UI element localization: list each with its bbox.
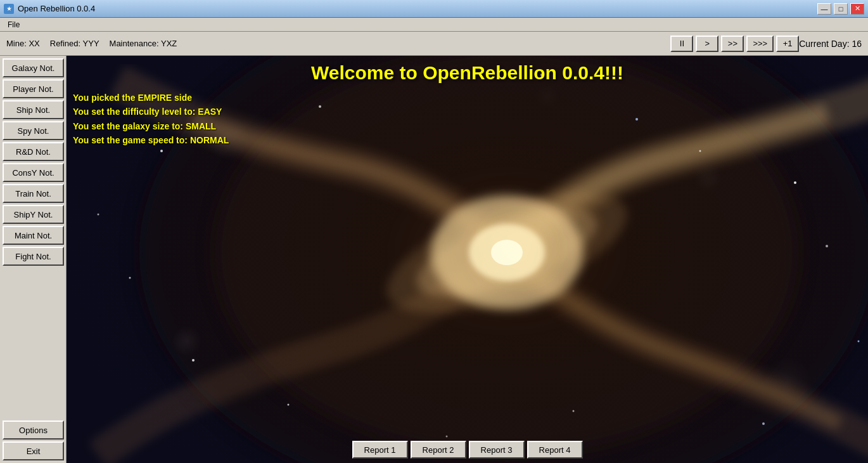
report2-button[interactable]: Report 2 xyxy=(411,441,466,459)
pause-button[interactable]: II xyxy=(670,36,693,52)
welcome-title: Welcome to OpenRebellion 0.0.4!!! xyxy=(67,62,868,84)
notification-line-2: You set the difficulty level to: EASY xyxy=(73,105,229,119)
minimize-button[interactable]: — xyxy=(817,3,831,15)
close-button[interactable]: ✕ xyxy=(850,3,864,15)
svg-point-11 xyxy=(699,150,701,152)
svg-point-16 xyxy=(635,118,638,121)
svg-point-10 xyxy=(794,181,796,184)
galaxy-not-button[interactable]: Galaxy Not. xyxy=(3,58,64,77)
mine-info: Mine: XX xyxy=(6,39,40,48)
app-icon: ★ xyxy=(4,4,14,14)
step3-button[interactable]: >>> xyxy=(746,36,774,52)
svg-point-13 xyxy=(858,341,860,342)
notification-line-3: You set the galaxy size to: SMALL xyxy=(73,119,229,133)
svg-point-14 xyxy=(826,245,828,247)
rd-not-button[interactable]: R&D Not. xyxy=(3,142,64,161)
file-menu[interactable]: File xyxy=(3,19,25,30)
title-bar: ★ Open Rebellion 0.0.4 — □ ✕ xyxy=(0,0,868,18)
svg-point-12 xyxy=(160,150,163,152)
fight-not-button[interactable]: Fight Not. xyxy=(3,247,64,266)
train-not-button[interactable]: Train Not. xyxy=(3,184,64,203)
player-not-button[interactable]: Player Not. xyxy=(3,79,64,98)
svg-point-19 xyxy=(762,422,765,425)
consy-not-button[interactable]: ConsY Not. xyxy=(3,163,64,182)
shipy-not-button[interactable]: ShipY Not. xyxy=(3,205,64,224)
step1-button[interactable]: > xyxy=(696,36,718,52)
svg-point-9 xyxy=(288,404,290,406)
report3-button[interactable]: Report 3 xyxy=(469,441,525,459)
options-button[interactable]: Options xyxy=(3,421,64,440)
sidebar: Galaxy Not. Player Not. Ship Not. Spy No… xyxy=(0,56,67,463)
report1-button[interactable]: Report 1 xyxy=(352,441,408,459)
notification-line-4: You set the game speed to: NORMAL xyxy=(73,133,229,147)
content-area: Welcome to OpenRebellion 0.0.4!!! You pi… xyxy=(67,56,868,463)
window-controls: — □ ✕ xyxy=(817,3,864,15)
svg-point-8 xyxy=(192,359,195,362)
maximize-button[interactable]: □ xyxy=(834,3,848,15)
step2-button[interactable]: >> xyxy=(721,36,744,52)
ship-not-button[interactable]: Ship Not. xyxy=(3,100,64,119)
svg-point-18 xyxy=(319,105,321,108)
window-title: Open Rebellion 0.0.4 xyxy=(18,4,95,13)
main-layout: Galaxy Not. Player Not. Ship Not. Spy No… xyxy=(0,56,868,463)
menu-bar: File xyxy=(0,18,868,32)
spy-not-button[interactable]: Spy Not. xyxy=(3,121,64,140)
toolbar: Mine: XX Refined: YYY Maintenance: YXZ I… xyxy=(0,32,868,56)
notification-line-1: You picked the EMPIRE side xyxy=(73,91,229,105)
exit-button[interactable]: Exit xyxy=(3,441,64,460)
maint-not-button[interactable]: Maint Not. xyxy=(3,226,64,245)
svg-point-17 xyxy=(573,410,575,412)
plus1-button[interactable]: +1 xyxy=(776,36,799,52)
bottom-bar: Report 1 Report 2 Report 3 Report 4 xyxy=(67,439,868,463)
time-controls: II > >> >>> +1 xyxy=(670,36,799,52)
notification-area: You picked the EMPIRE side You set the d… xyxy=(73,91,229,148)
svg-point-20 xyxy=(98,214,99,216)
current-day: Current Day: 16 xyxy=(799,39,862,49)
svg-point-7 xyxy=(491,240,523,265)
refined-info: Refined: YYY xyxy=(50,39,99,48)
resource-info: Mine: XX Refined: YYY Maintenance: YXZ xyxy=(6,39,670,48)
report4-button[interactable]: Report 4 xyxy=(527,441,583,459)
svg-point-15 xyxy=(129,277,131,279)
maintenance-info: Maintenance: YXZ xyxy=(110,39,177,48)
svg-point-22 xyxy=(446,436,448,438)
